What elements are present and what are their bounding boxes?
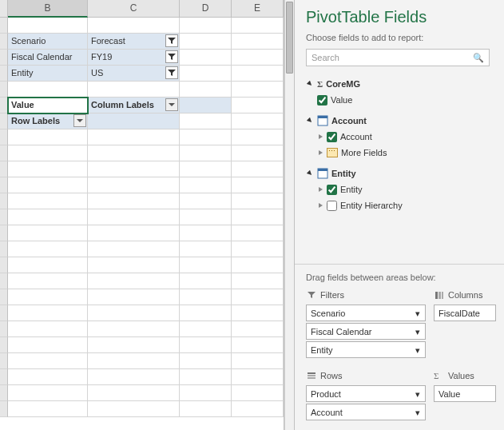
area-item-value[interactable]: Value bbox=[434, 385, 496, 402]
field-value[interactable]: Value bbox=[317, 92, 498, 108]
panel-title: PivotTable Fields bbox=[306, 8, 493, 26]
filter-icon-fiscal[interactable] bbox=[165, 50, 178, 63]
field-list[interactable]: ΣCoreMG Value Account Account More Field… bbox=[295, 71, 504, 261]
svg-rect-7 bbox=[308, 372, 315, 374]
field-more-fields[interactable]: More Fields bbox=[317, 145, 498, 161]
filter-icon-entity[interactable] bbox=[165, 66, 178, 79]
col-header-e[interactable]: E bbox=[232, 0, 284, 18]
dropdown-icon[interactable] bbox=[73, 114, 86, 127]
checkbox-value[interactable] bbox=[317, 95, 327, 106]
columns-icon bbox=[434, 290, 445, 300]
svg-rect-9 bbox=[308, 377, 315, 379]
table-icon bbox=[317, 168, 328, 179]
scrollbar-vertical[interactable] bbox=[284, 0, 294, 430]
grid[interactable]: Scenario Forecast Fiscal Calendar FY19 E… bbox=[0, 18, 284, 430]
search-box[interactable]: 🔍 bbox=[306, 49, 490, 66]
field-account[interactable]: Account bbox=[317, 129, 498, 145]
area-item-fiscaldate[interactable]: FiscalDate bbox=[434, 305, 496, 321]
group-coremg[interactable]: ΣCoreMG bbox=[306, 76, 498, 92]
rows-icon bbox=[306, 371, 317, 380]
search-icon: 🔍 bbox=[473, 53, 484, 63]
area-item-account[interactable]: Account▾ bbox=[306, 404, 426, 420]
filter-label-scenario: Scenario bbox=[8, 34, 88, 50]
col-header-d[interactable]: D bbox=[180, 0, 232, 18]
drag-hint: Drag fields between areas below: bbox=[295, 264, 504, 287]
chevron-down-icon[interactable]: ▾ bbox=[412, 388, 423, 400]
filter-value-scenario: Forecast bbox=[88, 34, 180, 50]
checkbox-account[interactable] bbox=[327, 132, 337, 142]
area-item-fiscal[interactable]: Fiscal Calendar▾ bbox=[306, 323, 426, 340]
sigma-icon: Σ bbox=[434, 371, 445, 380]
area-item-product[interactable]: Product▾ bbox=[306, 385, 426, 402]
col-header-b[interactable]: B bbox=[8, 0, 88, 18]
field-entity-hierarchy[interactable]: Entity Hierarchy bbox=[317, 197, 498, 213]
svg-rect-6 bbox=[442, 292, 443, 299]
filter-label-entity: Entity bbox=[8, 66, 88, 82]
area-columns[interactable]: Columns FiscalDate bbox=[434, 287, 496, 360]
group-account[interactable]: Account bbox=[306, 113, 498, 129]
svg-rect-4 bbox=[435, 292, 438, 299]
area-item-scenario[interactable]: Scenario▾ bbox=[306, 305, 426, 321]
filter-icon bbox=[306, 290, 317, 300]
area-values[interactable]: ΣValues Value bbox=[434, 368, 496, 422]
chevron-down-icon[interactable]: ▾ bbox=[412, 308, 423, 319]
svg-rect-1 bbox=[318, 116, 327, 118]
table-icon bbox=[317, 115, 328, 126]
pivot-fields-panel: PivotTable Fields Choose fields to add t… bbox=[294, 0, 504, 430]
field-entity[interactable]: Entity bbox=[317, 181, 498, 197]
chevron-down-icon[interactable]: ▾ bbox=[412, 407, 423, 418]
chevron-down-icon[interactable]: ▾ bbox=[412, 326, 423, 337]
pivot-column-labels: Column Labels bbox=[88, 98, 180, 113]
svg-rect-5 bbox=[439, 292, 441, 299]
column-headers: B C D E bbox=[0, 0, 284, 18]
pivot-row-labels: Row Labels bbox=[8, 113, 88, 129]
pivot-value-cell[interactable]: Value bbox=[8, 98, 88, 113]
spreadsheet: B C D E Scenario Forecast Fiscal Calenda… bbox=[0, 0, 284, 430]
area-rows[interactable]: Rows Product▾ Account▾ bbox=[306, 368, 426, 422]
area-item-entity[interactable]: Entity▾ bbox=[306, 341, 426, 358]
filter-icon-scenario[interactable] bbox=[165, 34, 178, 47]
filter-value-fiscal: FY19 bbox=[88, 50, 180, 66]
checkbox-entity-hierarchy[interactable] bbox=[327, 201, 337, 211]
areas-grid: Filters Scenario▾ Fiscal Calendar▾ Entit… bbox=[295, 287, 504, 430]
col-header-c[interactable]: C bbox=[88, 0, 180, 18]
search-input[interactable] bbox=[312, 53, 473, 62]
more-fields-icon bbox=[327, 148, 338, 157]
select-all-corner[interactable] bbox=[0, 0, 8, 18]
svg-rect-8 bbox=[308, 375, 315, 376]
area-filters[interactable]: Filters Scenario▾ Fiscal Calendar▾ Entit… bbox=[306, 287, 426, 360]
checkbox-entity[interactable] bbox=[327, 185, 337, 195]
filter-value-entity: US bbox=[88, 66, 180, 82]
dropdown-icon[interactable] bbox=[165, 98, 178, 111]
chevron-down-icon[interactable]: ▾ bbox=[412, 344, 423, 356]
filter-label-fiscal: Fiscal Calendar bbox=[8, 50, 88, 66]
group-entity[interactable]: Entity bbox=[306, 165, 498, 181]
svg-rect-3 bbox=[318, 169, 327, 171]
panel-subtitle: Choose fields to add to report: bbox=[306, 33, 493, 42]
